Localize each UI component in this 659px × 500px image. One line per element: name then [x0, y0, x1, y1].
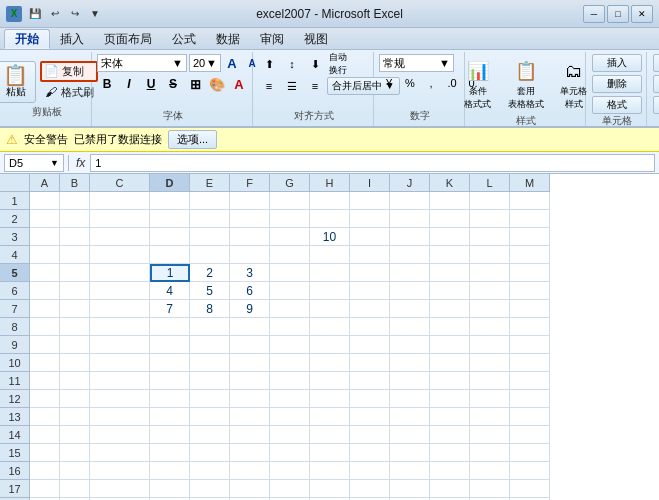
cell-D3[interactable] [150, 228, 190, 246]
cell-J16[interactable] [390, 462, 430, 480]
cell-C9[interactable] [90, 336, 150, 354]
cell-K14[interactable] [430, 426, 470, 444]
cell-I17[interactable] [350, 480, 390, 498]
cell-I12[interactable] [350, 390, 390, 408]
align-left-button[interactable]: ≡ [258, 76, 280, 96]
cell-M4[interactable] [510, 246, 550, 264]
cell-J11[interactable] [390, 372, 430, 390]
cell-I1[interactable] [350, 192, 390, 210]
format-painter-button[interactable]: 🖌 格式刷 [40, 83, 98, 102]
cell-J1[interactable] [390, 192, 430, 210]
cell-B9[interactable] [60, 336, 90, 354]
cell-G3[interactable] [270, 228, 310, 246]
cell-E10[interactable] [190, 354, 230, 372]
cell-G2[interactable] [270, 210, 310, 228]
cell-K5[interactable] [430, 264, 470, 282]
border-button[interactable]: ⊞ [185, 74, 205, 94]
cell-I11[interactable] [350, 372, 390, 390]
cell-G16[interactable] [270, 462, 310, 480]
cell-G8[interactable] [270, 318, 310, 336]
cell-C2[interactable] [90, 210, 150, 228]
cell-A15[interactable] [30, 444, 60, 462]
cell-E11[interactable] [190, 372, 230, 390]
cell-G10[interactable] [270, 354, 310, 372]
cell-A2[interactable] [30, 210, 60, 228]
row-header-4[interactable]: 4 [0, 246, 30, 264]
cell-E2[interactable] [190, 210, 230, 228]
cell-E1[interactable] [190, 192, 230, 210]
cell-K8[interactable] [430, 318, 470, 336]
cell-L14[interactable] [470, 426, 510, 444]
cell-I2[interactable] [350, 210, 390, 228]
cell-C3[interactable] [90, 228, 150, 246]
formula-input[interactable]: 1 [90, 154, 655, 172]
cell-E14[interactable] [190, 426, 230, 444]
align-right-button[interactable]: ≡ [304, 76, 326, 96]
cell-H8[interactable] [310, 318, 350, 336]
row-header-14[interactable]: 14 [0, 426, 30, 444]
cell-M2[interactable] [510, 210, 550, 228]
cell-B13[interactable] [60, 408, 90, 426]
cell-E7[interactable]: 8 [190, 300, 230, 318]
tab-insert[interactable]: 插入 [50, 29, 94, 49]
save-button[interactable]: 💾 [26, 5, 44, 23]
cell-B3[interactable] [60, 228, 90, 246]
cell-K6[interactable] [430, 282, 470, 300]
cell-L1[interactable] [470, 192, 510, 210]
table-format-button[interactable]: 📋 套用表格格式 [504, 54, 548, 114]
cell-H7[interactable] [310, 300, 350, 318]
font-name-box[interactable]: 宋体 ▼ [97, 54, 187, 72]
cell-G5[interactable] [270, 264, 310, 282]
cell-B6[interactable] [60, 282, 90, 300]
cell-L4[interactable] [470, 246, 510, 264]
cell-D17[interactable] [150, 480, 190, 498]
copy-button[interactable]: 📄 复制 [40, 61, 98, 82]
cell-B4[interactable] [60, 246, 90, 264]
col-header-D[interactable]: D [150, 174, 190, 192]
cell-H5[interactable] [310, 264, 350, 282]
options-button[interactable]: 选项... [168, 130, 217, 149]
align-middle-button[interactable]: ↕ [281, 54, 303, 74]
cell-K11[interactable] [430, 372, 470, 390]
cell-A1[interactable] [30, 192, 60, 210]
row-header-8[interactable]: 8 [0, 318, 30, 336]
cell-I5[interactable] [350, 264, 390, 282]
cell-C16[interactable] [90, 462, 150, 480]
cell-A4[interactable] [30, 246, 60, 264]
cell-F9[interactable] [230, 336, 270, 354]
cell-L5[interactable] [470, 264, 510, 282]
row-header-2[interactable]: 2 [0, 210, 30, 228]
cell-M12[interactable] [510, 390, 550, 408]
col-header-H[interactable]: H [310, 174, 350, 192]
insert-button[interactable]: 插入 [592, 54, 642, 72]
align-top-button[interactable]: ⬆ [258, 54, 280, 74]
align-center-button[interactable]: ☰ [281, 76, 303, 96]
cell-D12[interactable] [150, 390, 190, 408]
row-header-6[interactable]: 6 [0, 282, 30, 300]
cell-B16[interactable] [60, 462, 90, 480]
fill-color-button[interactable]: 🎨 [207, 74, 227, 94]
number-format-box[interactable]: 常规 ▼ [379, 54, 454, 72]
cell-A16[interactable] [30, 462, 60, 480]
cell-D11[interactable] [150, 372, 190, 390]
cell-D8[interactable] [150, 318, 190, 336]
cell-J8[interactable] [390, 318, 430, 336]
cell-G13[interactable] [270, 408, 310, 426]
cell-F11[interactable] [230, 372, 270, 390]
cell-M16[interactable] [510, 462, 550, 480]
cell-G17[interactable] [270, 480, 310, 498]
italic-button[interactable]: I [119, 74, 139, 94]
cell-E8[interactable] [190, 318, 230, 336]
cell-F1[interactable] [230, 192, 270, 210]
cell-F7[interactable]: 9 [230, 300, 270, 318]
cell-A13[interactable] [30, 408, 60, 426]
cell-L2[interactable] [470, 210, 510, 228]
cell-L12[interactable] [470, 390, 510, 408]
cell-C7[interactable] [90, 300, 150, 318]
cell-K10[interactable] [430, 354, 470, 372]
cell-J14[interactable] [390, 426, 430, 444]
undo-button[interactable]: ↩ [46, 5, 64, 23]
cell-M6[interactable] [510, 282, 550, 300]
cell-M11[interactable] [510, 372, 550, 390]
cell-C15[interactable] [90, 444, 150, 462]
